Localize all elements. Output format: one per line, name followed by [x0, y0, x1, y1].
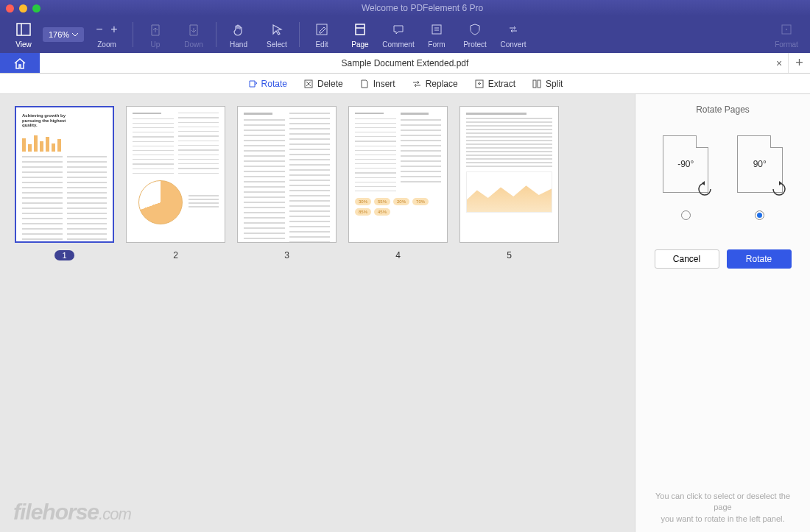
- chevron-down-icon: [72, 32, 78, 37]
- svg-rect-15: [538, 80, 540, 88]
- cancel-button[interactable]: Cancel: [655, 249, 719, 269]
- document-tab-bar: Sample Document Extended.pdf × +: [0, 53, 810, 74]
- comment-icon: [392, 21, 405, 38]
- protect-button[interactable]: Protect: [456, 16, 494, 53]
- window-close-button[interactable]: [6, 4, 14, 13]
- up-button[interactable]: Up: [136, 16, 175, 53]
- rotate-panel: Rotate Pages -90° 90° Cancel Rotate: [635, 94, 810, 532]
- insert-tool[interactable]: Insert: [359, 79, 395, 89]
- zoom-label-group: − + Zoom: [84, 16, 130, 53]
- page-thumbnail[interactable]: [459, 106, 559, 243]
- page-up-icon: [149, 21, 161, 38]
- main-toolbar: View 176% − + Zoom Up Down Hand: [0, 16, 810, 53]
- form-button[interactable]: Form: [418, 16, 456, 53]
- comment-button[interactable]: Comment: [379, 16, 418, 53]
- zoom-select[interactable]: 176%: [43, 27, 84, 42]
- svg-point-9: [786, 29, 787, 30]
- page-button[interactable]: Page: [341, 16, 379, 53]
- titlebar: Welcome to PDFelement 6 Pro: [0, 0, 810, 16]
- delete-tool[interactable]: Delete: [303, 79, 343, 89]
- zoom-in-button[interactable]: +: [108, 23, 121, 36]
- thumb-3: 3: [237, 106, 337, 260]
- page-thumbnail[interactable]: [237, 106, 337, 243]
- svg-rect-14: [533, 80, 536, 88]
- page-number: 4: [395, 250, 401, 260]
- thumb-2: 2: [126, 106, 225, 260]
- thumb-4: 30%55%20%70%85%45% 4: [348, 106, 448, 260]
- thumb-5: 5: [459, 106, 559, 260]
- hand-button[interactable]: Hand: [219, 16, 258, 53]
- page-down-icon: [188, 21, 200, 38]
- panel-hint: You can click to select or deselect the …: [649, 491, 797, 525]
- page-thumbnail[interactable]: Achieving growth by pursuing the highest…: [15, 106, 114, 243]
- edit-icon: [315, 21, 328, 38]
- page-number-badge: 1: [54, 250, 74, 260]
- svg-rect-3: [356, 24, 364, 35]
- form-icon: [430, 21, 443, 38]
- insert-icon: [359, 79, 370, 89]
- format-button[interactable]: Format: [767, 16, 806, 53]
- convert-button[interactable]: Convert: [494, 16, 532, 53]
- zoom-out-button[interactable]: −: [93, 23, 106, 36]
- format-icon: [780, 21, 793, 38]
- hand-icon: [232, 21, 245, 38]
- rotate-left-radio[interactable]: [681, 210, 691, 220]
- page-number: 2: [173, 250, 178, 260]
- home-tab[interactable]: [0, 53, 40, 73]
- tab-close-button[interactable]: ×: [770, 57, 788, 69]
- svg-rect-0: [17, 24, 30, 35]
- split-tool[interactable]: Split: [532, 79, 563, 89]
- new-tab-button[interactable]: +: [788, 53, 810, 73]
- down-button[interactable]: Down: [175, 16, 213, 53]
- panel-title: Rotate Pages: [649, 104, 797, 115]
- watermark: filehorse.com: [13, 500, 131, 525]
- split-icon: [532, 79, 542, 89]
- rotate-right-option[interactable]: 90°: [737, 135, 783, 220]
- page-number: 3: [284, 250, 289, 260]
- page-number: 5: [507, 250, 512, 260]
- window-title: Welcome to PDFelement 6 Pro: [40, 3, 804, 13]
- page-tools-bar: Rotate Delete Insert Replace Extract Spl…: [0, 74, 810, 94]
- replace-tool[interactable]: Replace: [412, 79, 458, 89]
- rotate-left-option[interactable]: -90°: [663, 135, 708, 220]
- protect-icon: [468, 21, 482, 38]
- page-thumbnails-area: Achieving growth by pursuing the highest…: [0, 94, 635, 532]
- home-icon: [13, 57, 27, 69]
- view-button[interactable]: View: [4, 16, 43, 53]
- window-maximize-button[interactable]: [32, 4, 40, 13]
- rotate-button[interactable]: Rotate: [727, 249, 792, 269]
- page-icon: [353, 21, 367, 38]
- select-icon: [270, 21, 284, 38]
- view-icon: [16, 21, 31, 38]
- rotate-ccw-icon: [696, 180, 714, 198]
- document-name: Sample Document Extended.pdf: [40, 58, 770, 68]
- extract-icon: [474, 79, 485, 89]
- rotate-tool[interactable]: Rotate: [247, 79, 287, 89]
- svg-rect-5: [432, 25, 441, 34]
- extract-tool[interactable]: Extract: [474, 79, 515, 89]
- edit-button[interactable]: Edit: [303, 16, 341, 53]
- thumb-1: Achieving growth by pursuing the highest…: [15, 106, 114, 260]
- replace-icon: [412, 79, 422, 89]
- delete-icon: [303, 79, 314, 89]
- rotate-right-radio[interactable]: [755, 210, 764, 220]
- convert-icon: [507, 21, 520, 38]
- select-button[interactable]: Select: [258, 16, 296, 53]
- page-thumbnail[interactable]: 30%55%20%70%85%45%: [348, 106, 448, 243]
- window-minimize-button[interactable]: [19, 4, 27, 13]
- page-thumbnail[interactable]: [126, 106, 225, 243]
- rotate-cw-icon: [770, 180, 788, 198]
- rotate-icon: [247, 79, 258, 89]
